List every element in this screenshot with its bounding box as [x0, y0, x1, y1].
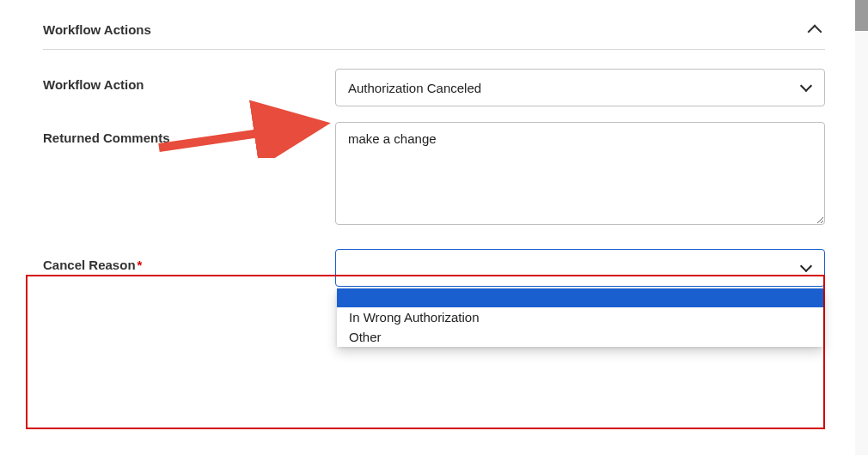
returned-comments-row: Returned Comments: [43, 122, 825, 228]
cancel-reason-label-text: Cancel Reason: [43, 258, 136, 272]
returned-comments-label: Returned Comments: [43, 122, 335, 145]
workflow-action-label: Workflow Action: [43, 69, 335, 92]
cancel-reason-select[interactable]: [335, 249, 825, 287]
cancel-reason-control-wrap: In Wrong Authorization Other: [335, 249, 825, 287]
cancel-reason-dropdown: In Wrong Authorization Other: [337, 288, 823, 347]
section-title: Workflow Actions: [43, 22, 151, 37]
chevron-down-icon: [800, 80, 812, 92]
chevron-down-icon: [800, 260, 812, 272]
workflow-action-select[interactable]: Authorization Canceled: [335, 69, 825, 106]
dropdown-option-other[interactable]: Other: [337, 327, 823, 347]
scrollbar-thumb[interactable]: [855, 0, 868, 31]
cancel-reason-row: Cancel Reason* In Wrong Authorization Ot…: [43, 249, 825, 287]
returned-comments-textarea[interactable]: [335, 122, 825, 225]
required-indicator: *: [138, 258, 143, 272]
chevron-up-icon: [808, 24, 822, 39]
workflow-actions-panel: Workflow Actions Workflow Action Authori…: [0, 0, 868, 319]
scrollbar-track[interactable]: [855, 0, 868, 455]
cancel-reason-label: Cancel Reason*: [43, 249, 335, 272]
workflow-action-row: Workflow Action Authorization Canceled: [43, 69, 825, 106]
workflow-action-control-wrap: Authorization Canceled: [335, 69, 825, 106]
dropdown-option-blank[interactable]: [337, 288, 823, 307]
dropdown-option-wrong-auth[interactable]: In Wrong Authorization: [337, 307, 823, 327]
workflow-action-value: Authorization Canceled: [348, 81, 481, 95]
section-header[interactable]: Workflow Actions: [43, 17, 825, 50]
returned-comments-control-wrap: [335, 122, 825, 228]
